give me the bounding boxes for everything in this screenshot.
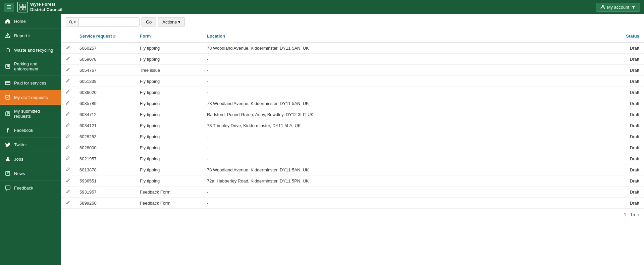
search-toggle-button[interactable]: ▾ [66, 18, 79, 26]
cell-form: Fly tipping [135, 54, 202, 65]
edit-icon-cell [61, 42, 75, 54]
cell-status: Draft [610, 65, 644, 76]
svg-rect-3 [23, 7, 26, 10]
cell-location: - [202, 131, 610, 142]
table-row: 6060257 Fly tipping 78 Woodland Avenue, … [61, 42, 644, 54]
content-area: ▾ Go Actions ▾ Service request # Form [61, 14, 644, 265]
my-account-chevron: ▼ [631, 5, 636, 10]
table-row: 5931957 Feedback Form - Draft [61, 187, 644, 198]
card-icon [5, 80, 11, 86]
edit-icon-cell [61, 109, 75, 120]
cell-status: Draft [610, 175, 644, 187]
cell-sr: 6034121 [75, 120, 135, 131]
sidebar-item-twitter[interactable]: Twitter [0, 138, 61, 152]
home-icon [5, 18, 11, 24]
sidebar-item-waste-recycling[interactable]: Waste and recycling [0, 43, 61, 57]
edit-icon[interactable] [66, 145, 70, 149]
cell-sr: 6013878 [75, 164, 135, 175]
svg-rect-0 [20, 4, 22, 7]
trash-icon [5, 47, 11, 53]
edit-icon-cell [61, 65, 75, 76]
edit-icon-cell [61, 142, 75, 153]
edit-icon[interactable] [66, 67, 70, 72]
logo-area: Wyre Forest District Council [17, 2, 62, 12]
sidebar-label-waste: Waste and recycling [14, 48, 56, 53]
edit-icon[interactable] [66, 101, 70, 105]
edit-icon[interactable] [66, 178, 70, 182]
svg-rect-5 [6, 49, 9, 52]
sidebar-item-report-it[interactable]: Report it [0, 29, 61, 43]
cell-location: - [202, 142, 610, 153]
search-input[interactable] [79, 18, 139, 26]
sidebar-label-facebook: Facebook [14, 128, 56, 133]
col-header-form[interactable]: Form [135, 30, 202, 42]
parking-icon [5, 63, 11, 69]
edit-icon[interactable] [66, 189, 70, 194]
col-header-sr[interactable]: Service request # [75, 30, 135, 42]
sidebar-item-my-draft-requests[interactable]: My draft requests [0, 90, 61, 105]
col-header-edit [61, 30, 75, 42]
edit-icon[interactable] [66, 156, 70, 160]
edit-icon[interactable] [66, 200, 70, 205]
cell-form: Tree issue [135, 65, 202, 76]
sidebar-item-facebook[interactable]: Facebook [0, 123, 61, 138]
cell-status: Draft [610, 131, 644, 142]
sidebar-label-parking: Parking and enforcement [14, 61, 56, 71]
hamburger-button[interactable]: ☰ [4, 3, 14, 12]
actions-button[interactable]: Actions ▾ [158, 17, 185, 26]
edit-icon-cell [61, 164, 75, 175]
cell-form: Fly tipping [135, 76, 202, 87]
sidebar-item-my-submitted-requests[interactable]: My submitted requests [0, 105, 61, 123]
cell-sr: 6034712 [75, 109, 135, 120]
table-row: 6021957 Fly tipping - Draft [61, 153, 644, 164]
edit-icon[interactable] [66, 123, 70, 127]
cell-form: Fly tipping [135, 98, 202, 109]
sidebar-item-paid-services[interactable]: Paid for services [0, 76, 61, 90]
pagination-next-button[interactable]: › [638, 212, 639, 217]
cell-sr: 6060257 [75, 42, 135, 54]
cell-status: Draft [610, 198, 644, 209]
edit-icon[interactable] [66, 56, 70, 61]
sidebar-item-feedback[interactable]: Feedback [0, 181, 61, 195]
edit-icon[interactable] [66, 78, 70, 83]
sidebar-label-report-it: Report it [14, 33, 56, 38]
header-left: ☰ Wyre Forest District Council [4, 2, 62, 12]
edit-icon[interactable] [66, 134, 70, 138]
table-row: 6028253 Fly tipping - Draft [61, 131, 644, 142]
edit-icon-cell [61, 131, 75, 142]
col-header-location[interactable]: Location [202, 30, 610, 42]
cell-sr: 5936551 [75, 175, 135, 187]
cell-location: 72a, Habberley Road, Kidderminster, DY11… [202, 175, 610, 187]
cell-form: Fly tipping [135, 42, 202, 54]
edit-icon[interactable] [66, 167, 70, 171]
cell-location: - [202, 198, 610, 209]
edit-icon[interactable] [66, 45, 70, 50]
my-account-button[interactable]: My account ▼ [596, 3, 640, 12]
edit-icon-cell [61, 153, 75, 164]
svg-rect-6 [6, 64, 10, 68]
cell-location: - [202, 65, 610, 76]
sidebar-label-twitter: Twitter [14, 142, 56, 147]
feedback-icon [5, 185, 11, 191]
edit-icon-cell [61, 87, 75, 98]
table-row: 6028000 Fly tipping - Draft [61, 142, 644, 153]
table-row: 6034712 Fly tipping Radsford, Pound Gree… [61, 109, 644, 120]
svg-point-13 [69, 20, 72, 23]
cell-form: Fly tipping [135, 87, 202, 98]
edit-icon[interactable] [66, 90, 70, 94]
col-header-status[interactable]: Status [610, 30, 644, 42]
sidebar-item-jobs[interactable]: Jobs [0, 152, 61, 166]
sidebar-item-home[interactable]: Home [0, 14, 61, 29]
sidebar-item-news[interactable]: News [0, 166, 61, 181]
edit-icon[interactable] [66, 112, 70, 116]
search-chevron-icon: ▾ [74, 20, 76, 24]
cell-form: Fly tipping [135, 109, 202, 120]
sidebar-item-parking[interactable]: Parking and enforcement [0, 57, 61, 76]
alert-icon [5, 33, 11, 39]
go-button[interactable]: Go [142, 17, 156, 26]
cell-location: 78 Woodland Avenue, Kidderminster, DY11 … [202, 98, 610, 109]
cell-sr: 6028253 [75, 131, 135, 142]
toolbar: ▾ Go Actions ▾ [61, 14, 644, 30]
cell-form: Feedback Form [135, 187, 202, 198]
svg-rect-11 [6, 171, 10, 175]
